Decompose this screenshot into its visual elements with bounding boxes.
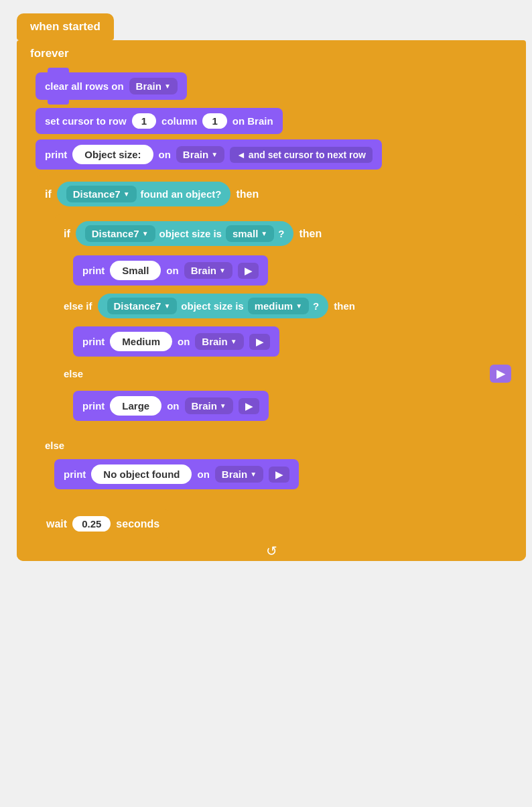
clear-all-rows-label: clear all rows on — [45, 80, 124, 92]
brain-dropdown-4[interactable]: Brain ▼ — [195, 333, 243, 350]
else-if-medium-row[interactable]: else if Distance7 ▼ object size is mediu… — [54, 288, 521, 324]
print-large-block[interactable]: print else Large on Brain ▼ — [73, 391, 269, 421]
brain-dropdown-6[interactable]: Brain ▼ — [215, 466, 263, 483]
brain-dropdown-1[interactable]: Brain ▼ — [129, 78, 178, 95]
object-size-pill[interactable]: Object size: — [72, 145, 153, 164]
if-small-header[interactable]: if Distance7 ▼ object size is small ▼ — [54, 214, 521, 253]
if-small-block: if Distance7 ▼ object size is small ▼ — [54, 214, 521, 433]
forever-footer: ↺ — [17, 541, 526, 561]
small-pill[interactable]: Small — [110, 261, 161, 280]
blocks-canvas: when started forever clear all rows on B… — [7, 7, 532, 568]
play-btn-large[interactable]: ▶ — [239, 398, 259, 414]
distance7-dropdown-1[interactable]: Distance7 ▼ — [66, 186, 137, 202]
forever-label: forever — [30, 47, 69, 60]
when-started-label: when started — [30, 20, 101, 34]
distance7-dropdown-3[interactable]: Distance7 ▼ — [107, 298, 178, 314]
forever-header[interactable]: forever — [17, 40, 526, 67]
outer-else-row: else — [36, 434, 525, 456]
row-value[interactable]: 1 — [132, 113, 156, 129]
brain-dropdown-5[interactable]: Brain ▼ — [185, 397, 233, 414]
wait-block[interactable]: wait 0.25 seconds — [36, 509, 170, 538]
dropdown-arrow-2: ▼ — [211, 151, 218, 158]
brain-dropdown-2[interactable]: Brain ▼ — [176, 146, 224, 163]
else-row[interactable]: else ▶ — [54, 359, 521, 388]
found-object-condition[interactable]: Distance7 ▼ found an object? — [57, 182, 231, 206]
forever-block: forever clear all rows on Brain ▼ set cu… — [17, 40, 526, 561]
play-btn-small[interactable]: ▶ — [238, 263, 259, 279]
outer-if-footer — [36, 492, 525, 503]
print-small-block[interactable]: print Small on Brain ▼ ▶ — [73, 255, 268, 286]
small-dropdown[interactable]: small ▼ — [226, 225, 274, 242]
print-object-size-block[interactable]: print Object size: on Brain ▼ ◄ and set … — [36, 139, 382, 170]
if-found-object-block: if Distance7 ▼ found an object? then — [36, 175, 525, 503]
medium-dropdown[interactable]: medium ▼ — [248, 298, 309, 314]
medium-pill[interactable]: Medium — [110, 332, 172, 351]
dropdown-arrow-1: ▼ — [164, 82, 171, 90]
large-pill[interactable]: else Large — [110, 396, 161, 416]
back-arrow-btn[interactable]: ◄ and set cursor to next row — [230, 147, 373, 163]
distance7-dropdown-2[interactable]: Distance7 ▼ — [85, 225, 155, 242]
clear-all-rows-block[interactable]: clear all rows on Brain ▼ — [36, 72, 187, 100]
print-no-object-block[interactable]: print No object found on Brain ▼ ▶ — [54, 459, 299, 489]
set-cursor-block[interactable]: set cursor to row 1 column 1 on Brain — [36, 108, 283, 134]
if-header-row[interactable]: if Distance7 ▼ found an object? then — [36, 175, 525, 213]
add-else-btn[interactable]: ▶ — [490, 365, 511, 383]
nested-if-footer — [54, 424, 521, 433]
brain-dropdown-3[interactable]: Brain ▼ — [184, 262, 232, 279]
print-medium-block[interactable]: print Medium on Brain ▼ ▶ — [73, 326, 279, 357]
small-condition[interactable]: Distance7 ▼ object size is small ▼ ? — [76, 221, 294, 246]
col-value[interactable]: 1 — [202, 113, 226, 129]
no-object-pill[interactable]: No object found — [91, 464, 192, 484]
wait-value[interactable]: 0.25 — [72, 516, 111, 532]
play-btn-no-object[interactable]: ▶ — [269, 467, 289, 483]
loop-arrow-icon: ↺ — [266, 543, 277, 559]
play-btn-medium[interactable]: ▶ — [249, 334, 270, 350]
medium-condition[interactable]: Distance7 ▼ object size is medium ▼ ? — [98, 294, 329, 318]
